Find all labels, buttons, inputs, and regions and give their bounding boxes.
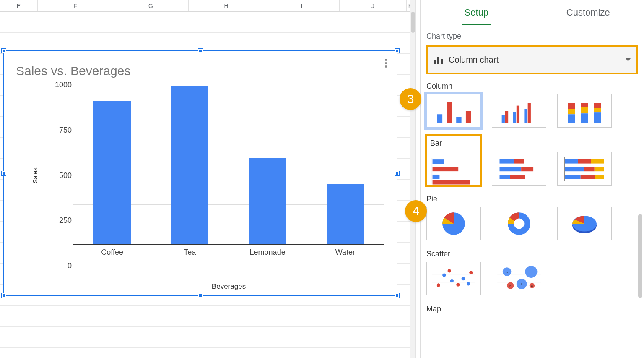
svg-rect-3 <box>456 117 461 123</box>
sheet-scrollbar-thumb[interactable] <box>411 12 415 33</box>
thumb-pie[interactable] <box>426 207 481 240</box>
bar-lemonade <box>249 158 286 244</box>
ytick: 250 <box>31 216 72 225</box>
svg-rect-19 <box>594 103 601 108</box>
svg-rect-18 <box>581 113 588 123</box>
ytick: 0 <box>31 261 72 270</box>
svg-rect-43 <box>595 175 604 179</box>
svg-point-58 <box>469 271 473 274</box>
xtick: Coffee <box>73 248 151 257</box>
svg-rect-11 <box>528 103 531 123</box>
tab-setup[interactable]: Setup <box>421 0 532 25</box>
col-header-J[interactable]: J <box>340 0 407 11</box>
chart-title: Sales vs. Beverages <box>4 51 397 78</box>
svg-rect-4 <box>466 111 471 123</box>
thumb-bar-basic[interactable]: Bar <box>426 135 481 186</box>
svg-rect-39 <box>584 167 595 171</box>
col-header-G[interactable]: G <box>113 0 189 11</box>
group-pie: Pie <box>426 195 644 204</box>
svg-rect-10 <box>524 109 527 123</box>
svg-rect-29 <box>514 159 524 163</box>
resize-handle-tl[interactable] <box>2 49 6 53</box>
svg-rect-26 <box>433 180 470 184</box>
svg-rect-17 <box>581 107 588 113</box>
col-header-E[interactable]: E <box>0 0 38 11</box>
chart-plot: Sales CoffeeTeaLemonadeWater Beverages 0… <box>31 85 384 266</box>
thumb-bar-100stacked[interactable] <box>557 152 612 186</box>
chart-type-select[interactable]: Column chart <box>426 45 638 74</box>
thumb-column-basic[interactable] <box>426 94 481 128</box>
resize-handle-bm[interactable] <box>198 293 203 298</box>
svg-rect-35 <box>565 159 578 163</box>
col-header-I[interactable]: I <box>264 0 340 11</box>
chevron-down-icon <box>626 58 631 61</box>
sheet-scrollbar[interactable] <box>410 0 416 358</box>
svg-rect-21 <box>594 112 601 123</box>
svg-point-54 <box>450 279 454 282</box>
svg-rect-32 <box>500 175 510 179</box>
spreadsheet-area: EFGHIJK Sales vs. Beverages Sales Coffee… <box>0 0 414 358</box>
resize-handle-tm[interactable] <box>198 49 203 53</box>
group-map: Map <box>426 305 644 314</box>
svg-rect-8 <box>513 112 516 123</box>
thumb-bar-stacked[interactable] <box>492 152 546 186</box>
thumb-column-stacked[interactable] <box>557 94 612 128</box>
panel-tabs: Setup Customize <box>421 0 644 25</box>
group-scatter: Scatter <box>426 250 644 259</box>
svg-rect-37 <box>591 159 604 163</box>
svg-point-51 <box>437 283 440 287</box>
thumb-pie-3d[interactable] <box>557 207 612 240</box>
thumb-scatter[interactable] <box>426 262 481 295</box>
svg-rect-14 <box>568 109 575 114</box>
svg-point-56 <box>462 277 465 280</box>
svg-rect-41 <box>565 175 581 179</box>
plot-area: CoffeeTeaLemonadeWater <box>73 85 384 245</box>
scatter-thumbnails: a b b a <box>421 262 644 295</box>
resize-handle-tr[interactable] <box>395 49 399 53</box>
group-bar: Bar <box>430 139 477 148</box>
svg-point-53 <box>448 269 451 272</box>
resize-handle-br[interactable] <box>395 293 399 298</box>
svg-rect-7 <box>505 111 508 123</box>
bar-thumbnails: Bar <box>421 135 644 186</box>
resize-handle-mr[interactable] <box>395 171 399 175</box>
col-header-F[interactable]: F <box>38 0 113 11</box>
thumb-bubble[interactable]: a b b a <box>492 262 546 295</box>
column-thumbnails <box>421 94 644 128</box>
svg-rect-15 <box>568 114 575 123</box>
xtick: Lemonade <box>229 248 306 257</box>
col-header-H[interactable]: H <box>189 0 264 11</box>
chart-object[interactable]: Sales vs. Beverages Sales CoffeeTeaLemon… <box>3 50 397 296</box>
thumb-donut[interactable] <box>492 207 546 240</box>
svg-rect-16 <box>581 103 588 107</box>
tab-customize[interactable]: Customize <box>532 0 644 25</box>
group-column: Column <box>426 82 644 91</box>
xtick: Tea <box>151 248 229 257</box>
svg-rect-13 <box>568 103 575 109</box>
svg-point-55 <box>456 283 460 286</box>
xtick: Water <box>306 248 384 257</box>
resize-handle-ml[interactable] <box>2 171 6 175</box>
svg-rect-40 <box>595 167 604 171</box>
bar-water <box>327 184 364 244</box>
chart-type-value: Column chart <box>449 55 499 65</box>
panel-scrollbar[interactable] <box>638 214 642 298</box>
resize-handle-bl[interactable] <box>2 293 6 298</box>
ytick: 500 <box>31 171 72 180</box>
svg-rect-38 <box>565 167 584 171</box>
chart-menu-icon[interactable] <box>381 58 391 68</box>
thumb-column-grouped[interactable] <box>492 94 546 128</box>
ytick: 1000 <box>31 81 72 89</box>
column-chart-icon <box>434 55 443 64</box>
svg-rect-42 <box>581 175 595 179</box>
x-axis-label: Beverages <box>73 282 384 291</box>
annotation-step-4: 4 <box>405 200 427 222</box>
svg-rect-30 <box>500 167 522 171</box>
svg-rect-2 <box>447 102 452 123</box>
svg-rect-6 <box>502 115 505 123</box>
chart-type-label: Chart type <box>426 32 638 41</box>
svg-point-62 <box>525 266 537 278</box>
chart-editor-panel: Setup Customize Chart type Column chart … <box>420 0 644 358</box>
svg-rect-36 <box>578 159 591 163</box>
svg-rect-24 <box>433 167 459 171</box>
